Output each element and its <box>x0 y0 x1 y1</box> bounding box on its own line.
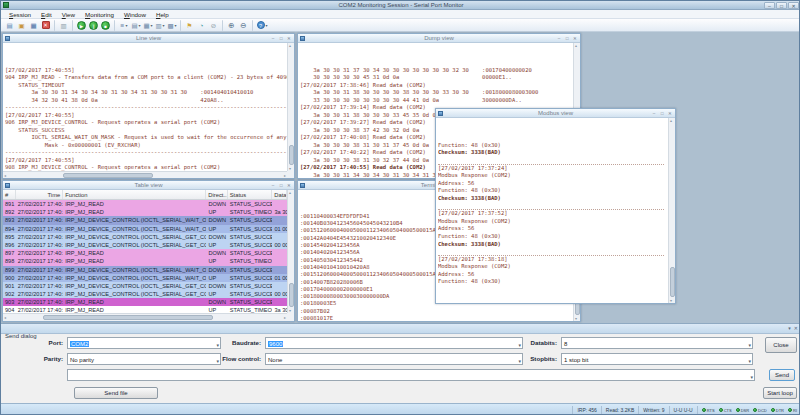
line-view-toggle-icon[interactable]: ≡▾ <box>119 20 130 31</box>
modbus-view-content[interactable]: Function: 48 (0x30)Checksum: 3338(BAD)[2… <box>436 118 668 303</box>
send-button[interactable]: Send <box>769 369 795 381</box>
menu-monitoring[interactable]: Monitoring <box>80 10 119 19</box>
table-row[interactable]: 892 27/02/2017 17:40:22 IRP_MJ_READ UP S… <box>3 208 287 216</box>
table-row[interactable]: 903 27/02/2017 17:40:55 IRP_MJ_READ DOWN… <box>3 298 287 306</box>
close-icon[interactable]: ✕ <box>286 35 292 42</box>
table-row[interactable]: 891 27/02/2017 17:40:21 IRP_MJ_READ DOWN… <box>3 200 287 208</box>
export-icon[interactable]: ▥ <box>59 20 70 31</box>
signal-led: CTS <box>719 408 732 413</box>
stopbits-label: Stopbits: <box>481 353 557 365</box>
table-row[interactable]: 895 27/02/2017 17:40:22 IRP_MJ_DEVICE_CO… <box>3 233 287 241</box>
table-row[interactable]: 900 27/02/2017 17:40:55 IRP_MJ_DEVICE_CO… <box>3 274 287 282</box>
table-row[interactable]: 902 27/02/2017 17:40:55 IRP_MJ_DEVICE_CO… <box>3 290 287 298</box>
send-dialog-titlebar[interactable]: Send dialog ▾✕ <box>1 324 800 334</box>
line-view-content[interactable]: [27/02/2017 17:40:55]904 IRP_MJ_READ - T… <box>3 43 287 171</box>
separator[interactable] <box>72 20 74 31</box>
menu-session[interactable]: Session <box>4 10 36 19</box>
modbus-view-toggle-icon[interactable]: ▩▾ <box>167 20 178 31</box>
close-icon[interactable] <box>788 2 799 9</box>
modbus-view-icon <box>438 111 443 116</box>
maximize-icon[interactable] <box>776 2 787 9</box>
menu-edit[interactable]: Edit <box>36 10 57 19</box>
terminal-view-toggle-icon[interactable]: ▥▾ <box>155 20 166 31</box>
table-row[interactable]: 899 27/02/2017 17:40:22 IRP_MJ_DEVICE_CO… <box>3 266 287 274</box>
start-loop-button[interactable]: Start loop <box>763 387 797 399</box>
log-line: [27/02/2017 17:40:55] <box>5 157 287 165</box>
modbus-line: Checksum: 3338(BAD) <box>438 149 668 157</box>
table-row[interactable]: 893 27/02/2017 17:40:22 IRP_MJ_DEVICE_CO… <box>3 216 287 224</box>
vertical-scrollbar[interactable] <box>668 118 675 303</box>
refresh-icon[interactable]: ⊘ <box>209 20 220 31</box>
zoom-out-icon[interactable]: ⊖ <box>239 20 250 31</box>
events-icon[interactable]: ◔ <box>197 20 208 31</box>
open-session-icon[interactable]: ▣ <box>17 20 28 31</box>
horizontal-scrollbar[interactable] <box>3 171 287 178</box>
line-view-titlebar[interactable]: Line view –□✕ <box>3 34 294 43</box>
table-view-toggle-icon[interactable]: ▦▾ <box>143 20 154 31</box>
close-session-icon[interactable]: ✕ <box>41 20 52 31</box>
chevron-down-icon: ▾ <box>750 372 753 382</box>
start-monitoring-icon[interactable]: ▶ <box>77 20 88 31</box>
close-icon[interactable]: ✕ <box>572 35 578 42</box>
separator[interactable] <box>222 20 224 31</box>
close-icon[interactable]: ✕ <box>794 325 798 331</box>
column-header[interactable]: # <box>3 190 16 199</box>
table-header[interactable]: #TimeFunctionDirect...StatusData <box>3 190 287 200</box>
help-icon[interactable]: ?▾ <box>257 20 268 31</box>
minimize-icon[interactable]: – <box>270 35 276 42</box>
column-header[interactable]: Status <box>228 190 273 199</box>
horizontal-scrollbar[interactable] <box>3 313 287 321</box>
minimize-icon[interactable]: – <box>651 110 657 117</box>
vertical-scrollbar[interactable] <box>287 43 294 171</box>
maximize-icon[interactable]: □ <box>278 182 284 189</box>
maximize-icon[interactable]: □ <box>564 35 570 42</box>
maximize-icon[interactable]: □ <box>278 35 284 42</box>
pin-icon[interactable]: ▾ <box>788 325 791 331</box>
table-body[interactable]: 891 27/02/2017 17:40:21 IRP_MJ_READ DOWN… <box>3 200 287 313</box>
dump-view-toggle-icon[interactable]: ▤▾ <box>131 20 142 31</box>
menu-help[interactable]: Help <box>151 10 174 19</box>
close-button[interactable]: Close <box>765 337 797 353</box>
table-row[interactable]: 901 27/02/2017 17:40:55 IRP_MJ_DEVICE_CO… <box>3 282 287 290</box>
databits-label: Databits: <box>481 337 557 349</box>
menu-view[interactable]: View <box>57 10 80 19</box>
minimize-icon[interactable]: – <box>556 35 562 42</box>
column-header[interactable]: Function <box>63 190 206 199</box>
separator[interactable] <box>54 20 56 31</box>
separator[interactable] <box>252 20 254 31</box>
zoom-in-icon[interactable]: ⊕ <box>227 20 238 31</box>
pause-monitoring-icon[interactable]: ∥ <box>89 20 100 31</box>
log-line: 34 32 30 41 38 0d 0a 420A8.. <box>5 97 287 105</box>
maximize-icon[interactable]: □ <box>659 110 665 117</box>
signal-led: DCD <box>753 408 767 413</box>
modbus-line <box>438 248 664 256</box>
menu-window[interactable]: Window <box>119 10 151 19</box>
modbus-view-titlebar[interactable]: Modbus view –□✕ <box>436 109 675 118</box>
minimize-icon[interactable] <box>764 2 775 9</box>
dump-view-titlebar[interactable]: Dump view –□✕ <box>298 34 580 43</box>
table-row[interactable]: 896 27/02/2017 17:40:22 IRP_MJ_DEVICE_CO… <box>3 241 287 249</box>
close-icon[interactable]: ✕ <box>286 182 292 189</box>
table-row[interactable]: 898 27/02/2017 17:40:22 IRP_MJ_READ UP S… <box>3 257 287 265</box>
column-header[interactable]: Data <box>272 190 287 199</box>
table-view-titlebar[interactable]: Table view –□✕ <box>3 181 294 190</box>
table-row[interactable]: 894 27/02/2017 17:40:22 IRP_MJ_DEVICE_CO… <box>3 225 287 233</box>
send-file-button[interactable]: Send file <box>74 387 158 399</box>
databits-select[interactable]: 8▾ <box>561 337 753 349</box>
minimize-icon[interactable]: – <box>270 182 276 189</box>
stopbits-select[interactable]: 1 stop bit▾ <box>561 353 753 365</box>
save-session-icon[interactable]: ▦ <box>29 20 40 31</box>
separator[interactable] <box>180 20 182 31</box>
vertical-scrollbar[interactable] <box>287 190 294 313</box>
separator[interactable] <box>114 20 116 31</box>
close-icon[interactable]: ✕ <box>667 110 673 117</box>
filters-icon[interactable]: ⚑ <box>185 20 196 31</box>
table-row[interactable]: 897 27/02/2017 17:40:22 IRP_MJ_READ DOWN… <box>3 249 287 257</box>
send-text-input[interactable]: ▾ <box>67 369 755 381</box>
new-session-icon[interactable]: ▤ <box>5 20 16 31</box>
column-header[interactable]: Direct... <box>206 190 227 199</box>
stop-monitoring-icon[interactable]: ■ <box>101 20 112 31</box>
signal-leds: RTSCTSDSRDCDDTRRI <box>697 406 800 415</box>
column-header[interactable]: Time <box>16 190 64 199</box>
terminal-line: :00087B02 <box>300 308 573 315</box>
